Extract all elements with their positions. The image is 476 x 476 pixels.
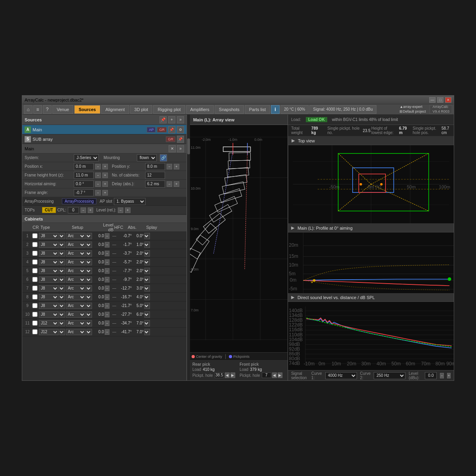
cab-type-arrow[interactable]: ▼ [60,250,65,257]
cab-level-minus[interactable]: − [105,251,109,256]
cpl-minus[interactable]: − [81,207,86,213]
cab-setup-arrow[interactable]: ▼ [86,242,92,248]
cab-type-arrow[interactable]: ▼ [60,268,65,274]
cab-checkbox[interactable] [32,303,38,308]
cab-setup-arrow[interactable]: ▼ [86,320,92,326]
cab-splay-arrow[interactable]: ▼ [144,276,150,283]
tab-3dplot[interactable]: 3D plot [130,105,153,114]
cab-type-arrow[interactable]: ▼ [60,285,65,292]
cpl-plus[interactable]: + [88,207,93,213]
cab-setup-select[interactable]: Arc [66,233,86,239]
mounting-select[interactable]: flown [137,154,157,161]
delay-plus[interactable]: + [174,181,179,187]
cab-checkbox[interactable] [32,312,38,317]
cab-setup-select[interactable]: Arc [66,303,86,309]
frame-h-minus[interactable]: − [95,173,101,178]
cab-setup-arrow[interactable]: ▼ [86,329,92,335]
cab-setup-select[interactable]: Arc [66,268,86,274]
cab-type-arrow[interactable]: ▼ [60,320,65,326]
sources-pin-icon[interactable]: 📌 [159,116,167,123]
level-plus[interactable]: + [125,207,131,213]
cab-checkbox[interactable] [32,242,38,247]
help-icon[interactable]: ? [43,105,52,114]
cab-splay-arrow[interactable]: ▼ [144,250,150,257]
cab-splay-arrow[interactable]: ▼ [144,285,150,292]
maximize-button[interactable]: □ [437,97,443,103]
cab-level-minus[interactable]: − [105,277,109,282]
pos-y-plus[interactable]: + [174,164,179,169]
source-settings-icon[interactable]: ⚙ [177,126,184,133]
cab-type-arrow[interactable]: ▼ [60,242,65,248]
pos-x-plus[interactable]: + [102,164,108,169]
cab-checkbox[interactable] [32,329,38,334]
cab-type-select[interactable]: J8 [39,311,59,318]
minimize-button[interactable]: — [429,97,436,103]
cab-setup-select[interactable]: Arc [66,250,86,257]
cab-type-arrow[interactable]: ▼ [60,294,65,300]
cab-setup-arrow[interactable]: ▼ [86,285,92,292]
cab-type-arrow[interactable]: ▼ [60,259,65,265]
cab-setup-arrow[interactable]: ▼ [86,233,92,239]
tab-rigging[interactable]: Rigging plot [153,105,185,114]
level-spl-minus[interactable]: − [440,373,443,378]
cab-level-minus[interactable]: − [105,286,109,291]
level-spl-plus[interactable]: + [447,373,451,378]
cab-splay-arrow[interactable]: ▼ [144,294,150,300]
cab-setup-arrow[interactable]: ▼ [86,250,92,257]
curve2-select[interactable]: 250 Hz [374,372,405,379]
cab-setup-select[interactable]: Arc [66,276,86,283]
info-icon[interactable]: i [271,105,280,114]
cab-setup-arrow[interactable]: ▼ [86,268,92,274]
cut-button[interactable]: CUT [42,207,56,213]
cab-checkbox[interactable] [32,321,38,326]
delay-minus[interactable]: − [167,181,172,187]
cab-checkbox[interactable] [32,277,38,282]
cab-setup-arrow[interactable]: ▼ [86,276,92,283]
cab-level-minus[interactable]: − [105,303,109,309]
cab-splay-arrow[interactable]: ▼ [144,303,150,309]
frame-a-minus[interactable]: − [95,190,101,196]
sources-add-icon[interactable]: + [168,116,175,123]
cab-level-minus[interactable]: − [105,233,109,239]
cab-setup-select[interactable]: Arc [66,320,86,326]
level-minus[interactable]: − [118,207,123,213]
cab-type-select[interactable]: J8 [39,294,59,300]
cab-setup-arrow[interactable]: ▼ [86,303,92,309]
curve1-select[interactable]: 4000 Hz [325,372,357,379]
tab-amplifiers[interactable]: Amplifiers [186,105,214,114]
ap-slot-select[interactable]: 1. Bypass [114,198,146,205]
source-row-sub[interactable]: S SUB array GR 📌 [22,134,186,144]
link-icon[interactable]: 🔗 [160,154,167,161]
tab-partslist[interactable]: Parts list [245,105,270,114]
horiz-minus[interactable]: − [95,181,101,187]
cab-level-minus[interactable]: − [105,259,109,265]
cab-type-select[interactable]: J12 [39,329,59,335]
system-select[interactable]: J-Series [74,154,99,161]
cab-setup-select[interactable]: Arc [66,259,86,265]
source-pin3-icon[interactable]: 📌 [177,136,184,143]
close-button[interactable]: ✕ [445,97,451,103]
cab-type-select[interactable]: J8 [39,233,59,239]
pos-y-minus[interactable]: − [167,164,172,169]
cab-level-minus[interactable]: − [105,329,109,335]
cab-checkbox[interactable] [32,233,38,238]
cab-type-arrow[interactable]: ▼ [60,303,65,309]
cab-type-select[interactable]: J12 [39,320,59,326]
cab-splay-arrow[interactable]: ▼ [144,242,150,248]
cab-level-minus[interactable]: − [105,294,109,300]
level-input[interactable] [425,372,437,379]
menu-icon[interactable]: ≡ [33,105,42,114]
cab-checkbox[interactable] [32,251,38,256]
cab-setup-select[interactable]: Arc [66,242,86,248]
frame-a-plus[interactable]: + [102,190,108,196]
rear-hole-next[interactable]: ▶ [230,372,235,378]
home-icon[interactable]: ⌂ [24,105,33,114]
main-expand-icon[interactable]: » [177,145,184,152]
front-hole-next[interactable]: ▶ [278,372,282,378]
cab-type-arrow[interactable]: ▼ [60,329,65,335]
cab-checkbox[interactable] [32,294,38,299]
cab-type-select[interactable]: J8 [39,276,59,283]
cab-setup-select[interactable]: Arc [66,329,86,335]
cpl-input[interactable] [68,207,79,213]
cab-type-arrow[interactable]: ▼ [60,276,65,283]
